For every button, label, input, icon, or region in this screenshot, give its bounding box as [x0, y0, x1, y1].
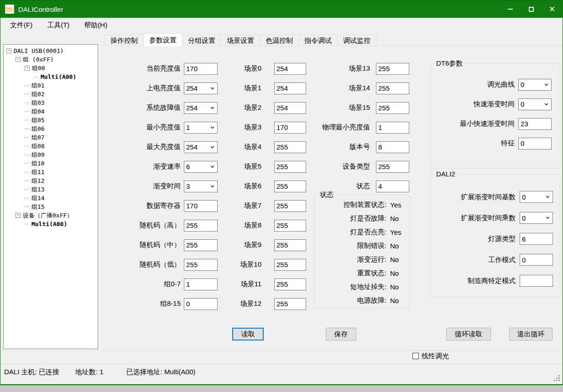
field-input[interactable] [376, 83, 409, 94]
minimize-button[interactable] [500, 0, 521, 18]
field-input[interactable] [274, 200, 306, 212]
field-input[interactable] [376, 141, 409, 153]
field-input[interactable] [376, 122, 409, 134]
tree-item[interactable]: 组10 [4, 159, 98, 168]
field-input[interactable] [184, 63, 218, 75]
field-combo[interactable]: 0 [520, 212, 553, 224]
collapse-icon[interactable] [16, 213, 21, 218]
field-combo[interactable]: 254 [184, 102, 218, 114]
field-input[interactable] [274, 83, 306, 94]
field-combo[interactable]: 3 [184, 181, 218, 192]
field-input[interactable] [274, 181, 306, 192]
field-row: 场景9 255 [229, 235, 306, 255]
tree-item[interactable]: DALI USB(0001) [4, 46, 98, 55]
tree-item[interactable]: 组01 [4, 81, 98, 90]
collapse-icon[interactable] [25, 66, 30, 71]
tab[interactable]: 操作控制 [104, 35, 144, 46]
field-input[interactable] [184, 298, 218, 310]
loop-read-button[interactable]: 循环读取 [446, 328, 491, 340]
field-input[interactable] [518, 118, 552, 130]
menu-item[interactable]: 文件(F) [4, 19, 38, 32]
field-label: 工作模式 [433, 256, 516, 264]
chevron-down-icon [546, 195, 550, 198]
tree-item[interactable]: Multi(A00) [4, 220, 98, 228]
field-label: 场景2 [229, 103, 261, 112]
menu-item[interactable]: 帮助(H) [78, 19, 113, 32]
device-tree[interactable]: DALI USB(0001) 组 (0xFF) 组00 Multi(A00) 组… [3, 44, 98, 349]
field-input[interactable] [184, 279, 218, 290]
field-input[interactable] [376, 161, 409, 173]
field-combo[interactable]: 1 [184, 122, 218, 134]
tree-item[interactable]: 组06 [4, 124, 98, 133]
tree-item[interactable]: 组 (0xFF) [4, 55, 98, 64]
tree-item[interactable]: 组02 [4, 90, 98, 98]
field-input[interactable] [274, 279, 306, 290]
field-input[interactable] [274, 102, 306, 114]
field-label: 组8-15 [119, 299, 181, 308]
tab[interactable]: 色温控制 [260, 35, 299, 46]
save-button[interactable]: 保存 [326, 328, 356, 340]
linear-dimming-checkbox[interactable] [412, 353, 419, 359]
field-label: 随机码（低） [119, 260, 181, 269]
field-input[interactable] [518, 138, 552, 150]
tree-item[interactable]: 组14 [4, 194, 98, 202]
read-button[interactable]: 读取 [232, 328, 264, 340]
tree-item[interactable]: 设备（广播0xFF） [4, 211, 98, 220]
field-input[interactable] [376, 181, 409, 192]
field-combo[interactable]: 254 [184, 141, 218, 153]
menu-item[interactable]: 工具(T) [41, 19, 75, 32]
close-button[interactable]: ✕ [542, 0, 563, 18]
field-row: 场景3 170 [229, 118, 306, 137]
tab[interactable]: 参数设置 [143, 33, 182, 46]
tab[interactable]: 指令调试 [298, 35, 338, 46]
field-label: 扩展渐变时间基数 [433, 193, 516, 201]
field-input[interactable] [274, 141, 306, 153]
collapse-icon[interactable] [16, 57, 21, 62]
field-input[interactable] [274, 298, 306, 310]
tree-item[interactable]: 组04 [4, 107, 98, 116]
field-input[interactable] [274, 63, 306, 75]
collapse-icon[interactable] [6, 48, 11, 53]
field-combo[interactable]: 254 [184, 83, 218, 94]
field-input[interactable] [274, 122, 306, 134]
dali2-groupbox: DALI2 扩展渐变时间基数 0 扩展渐变时间乘数 0 [430, 174, 560, 297]
field-input[interactable] [184, 220, 218, 232]
field-combo[interactable]: 0 [520, 191, 553, 203]
tree-item[interactable]: 组15 [4, 202, 98, 211]
tree-item[interactable]: 组08 [4, 142, 98, 150]
field-input[interactable] [274, 161, 306, 173]
field-input[interactable] [184, 239, 218, 251]
field-input[interactable] [184, 200, 218, 212]
status-value: Yes [390, 201, 401, 209]
field-input[interactable] [376, 102, 409, 114]
field-input[interactable] [376, 63, 409, 75]
field-input[interactable] [184, 259, 218, 271]
tree-item[interactable]: 组11 [4, 168, 98, 176]
combo-value: 254 [186, 143, 198, 151]
field-combo[interactable]: 6 [184, 161, 218, 173]
tree-item[interactable]: 组12 [4, 176, 98, 185]
maximize-button[interactable] [521, 0, 542, 18]
tab[interactable]: 调试监控 [337, 35, 376, 46]
tree-item[interactable]: 组07 [4, 133, 98, 142]
field-input[interactable] [520, 254, 553, 266]
tree-item[interactable]: 组13 [4, 185, 98, 194]
field-combo[interactable]: 0 [518, 98, 552, 110]
field-input[interactable] [520, 275, 553, 287]
exit-loop-button[interactable]: 退出循环 [509, 328, 553, 340]
status-value: No [390, 297, 399, 304]
tree-item[interactable]: 组03 [4, 98, 98, 107]
tree-item[interactable]: 组05 [4, 116, 98, 124]
field-input[interactable] [274, 259, 306, 271]
status-row: 控制装置状态: Yes [314, 198, 409, 211]
tree-item[interactable]: 组00 [4, 64, 98, 72]
tree-item[interactable]: 组09 [4, 150, 98, 159]
field-input[interactable] [520, 233, 553, 245]
field-combo[interactable]: 0 [518, 79, 552, 91]
tab[interactable]: 场景设置 [221, 35, 260, 46]
tab[interactable]: 分组设置 [182, 35, 221, 46]
tree-item[interactable]: Multi(A00) [4, 72, 98, 81]
resize-grip[interactable] [554, 375, 560, 382]
field-input[interactable] [274, 239, 306, 251]
field-input[interactable] [274, 220, 306, 232]
